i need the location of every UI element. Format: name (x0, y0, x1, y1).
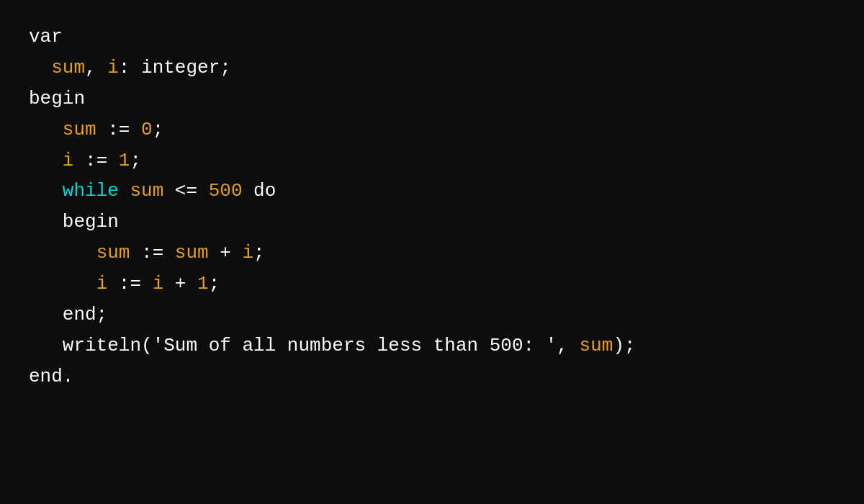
op-plus-1: + (209, 242, 243, 264)
line-begin: begin (29, 84, 835, 114)
colon: : integer; (119, 57, 231, 78)
line-end1: end; (29, 300, 835, 330)
line-i-one: i := 1; (29, 145, 835, 176)
line-begin2: begin (29, 207, 835, 238)
semi-2: ; (130, 150, 141, 171)
semi-3: ; (253, 242, 265, 264)
line-while: while sum <= 500 do (29, 176, 835, 207)
line-sum-update: sum := sum + i; (29, 238, 835, 269)
var-i-1: i (63, 150, 74, 171)
var-i-4: i (153, 273, 164, 294)
space-1 (119, 180, 130, 202)
line-var: var (29, 22, 835, 53)
close-paren: ); (613, 335, 635, 356)
kw-end2: end. (29, 366, 73, 387)
op-assign-2: := (73, 150, 118, 171)
var-sum-4: sum (175, 242, 209, 264)
num-500: 500 (209, 180, 243, 202)
code-editor: var sum, i: integer; begin sum := 0; i :… (0, 0, 864, 504)
var-sum-3: sum (96, 242, 130, 264)
fn-writeln: writeln( (63, 335, 153, 356)
punct-comma: , (85, 57, 107, 78)
var-sum-5: sum (580, 335, 613, 356)
num-0: 0 (141, 119, 153, 140)
line-sum-zero: sum := 0; (29, 114, 835, 145)
var-sum: sum (51, 57, 85, 78)
kw-while: while (63, 180, 119, 202)
kw-end1: end; (63, 304, 107, 325)
semi-4: ; (209, 273, 220, 294)
num-1: 1 (119, 150, 130, 171)
line-decl: sum, i: integer; (29, 53, 835, 84)
line-i-update: i := i + 1; (29, 269, 835, 300)
semi-1: ; (153, 119, 164, 140)
op-assign-1: := (96, 119, 141, 140)
var-i-2: i (242, 242, 253, 264)
comma-2: , (557, 335, 579, 356)
line-writeln: writeln('Sum of all numbers less than 50… (29, 330, 835, 361)
kw-begin: begin (29, 88, 85, 109)
var-i-3: i (96, 273, 108, 294)
kw-do: do (242, 180, 276, 202)
op-plus-2: + (163, 273, 197, 294)
kw-var: var (29, 26, 63, 48)
var-sum-1: sum (63, 119, 96, 140)
var-i: i (107, 57, 119, 78)
line-end2: end. (29, 361, 835, 392)
var-sum-2: sum (130, 180, 163, 202)
str-msg: 'Sum of all numbers less than 500: ' (153, 335, 557, 356)
num-1-2: 1 (197, 273, 209, 294)
op-lte: <= (163, 180, 208, 202)
kw-begin2: begin (63, 211, 119, 233)
op-assign-3: := (130, 242, 174, 264)
op-assign-4: := (107, 273, 152, 294)
